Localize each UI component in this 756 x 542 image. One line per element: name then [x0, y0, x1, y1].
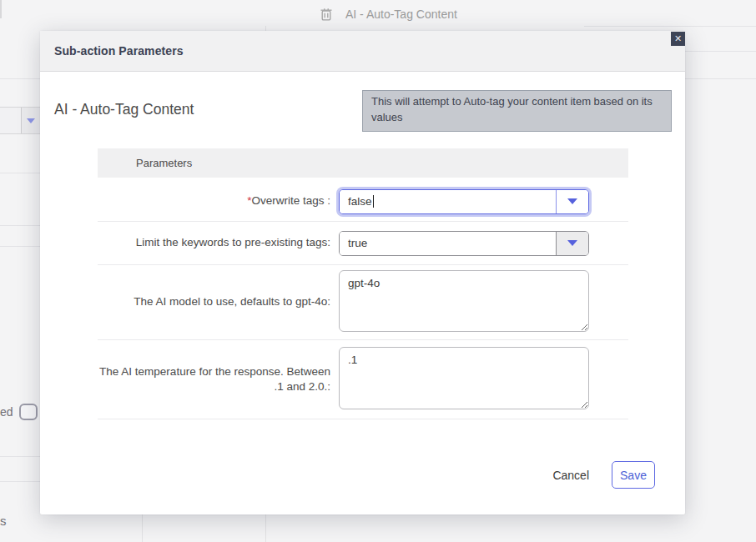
- ai-model-control: gpt-4o: [339, 270, 589, 335]
- action-heading: AI - Auto-Tag Content: [54, 101, 194, 118]
- bg-corner-divider: [0, 0, 2, 18]
- overwrite-tags-control: false: [339, 189, 589, 214]
- chevron-down-icon: [567, 240, 577, 246]
- overwrite-tags-input[interactable]: false: [340, 190, 556, 213]
- bg-action-list-item[interactable]: AI - Auto-Tag Content: [320, 8, 457, 21]
- cancel-button[interactable]: Cancel: [552, 469, 589, 482]
- chevron-down-icon: [27, 118, 35, 123]
- save-button[interactable]: Save: [612, 461, 655, 489]
- field-row-ai-model: The AI model to use, defaults to gpt-4o:…: [98, 265, 628, 340]
- limit-keywords-input[interactable]: true: [340, 232, 556, 255]
- overwrite-tags-label: *Overwrite tags :: [98, 193, 330, 208]
- bg-action-label[interactable]: AI - Auto-Tag Content: [345, 8, 457, 21]
- ai-model-textarea[interactable]: gpt-4o: [339, 270, 589, 332]
- field-row-overwrite-tags: *Overwrite tags : false: [98, 182, 628, 222]
- bg-cropped-combobox: [0, 107, 40, 134]
- text-caret: [373, 195, 374, 208]
- chevron-down-icon: [567, 198, 577, 204]
- sub-action-parameters-dialog: Sub-action Parameters ✕ AI - Auto-Tag Co…: [40, 31, 685, 514]
- limit-keywords-value: true: [348, 237, 367, 249]
- overwrite-tags-value: false: [348, 195, 372, 208]
- limit-keywords-label: Limit the keywords to pre-existing tags:: [98, 235, 330, 250]
- dialog-footer: Cancel Save: [40, 461, 655, 489]
- ai-temperature-control: .1: [339, 347, 589, 413]
- dialog-title: Sub-action Parameters: [54, 44, 184, 58]
- ai-model-label: The AI model to use, defaults to gpt-4o:: [98, 294, 330, 309]
- bg-row-divider: [0, 456, 40, 457]
- bg-cropped-text: s: [0, 514, 7, 528]
- bg-row-divider: [0, 173, 40, 173]
- bg-checkbox[interactable]: [19, 404, 38, 420]
- bg-row-divider: [584, 26, 756, 27]
- field-row-limit-keywords: Limit the keywords to pre-existing tags:…: [98, 222, 628, 265]
- bg-row-divider: [0, 481, 40, 482]
- parameters-section-header: Parameters: [98, 148, 628, 178]
- trash-icon[interactable]: [320, 8, 332, 21]
- overwrite-tags-dropdown-button[interactable]: [556, 190, 588, 213]
- ai-temperature-label: The AI temperature for the response. Bet…: [98, 364, 330, 394]
- limit-keywords-combobox[interactable]: true: [339, 231, 589, 256]
- bg-checkbox-label: ed: [0, 405, 13, 419]
- bg-row-divider: [0, 246, 40, 247]
- limit-keywords-dropdown-button[interactable]: [556, 232, 588, 255]
- limit-keywords-control: true: [339, 231, 589, 256]
- ai-temperature-textarea[interactable]: .1: [339, 347, 589, 409]
- overwrite-tags-combobox[interactable]: false: [339, 189, 589, 214]
- close-icon: ✕: [674, 33, 682, 44]
- parameters-form: *Overwrite tags : false Limit the keywor…: [98, 182, 628, 419]
- bg-row-divider: [0, 225, 40, 226]
- field-row-ai-temperature: The AI temperature for the response. Bet…: [98, 340, 628, 419]
- dialog-header: Sub-action Parameters: [40, 31, 685, 72]
- bg-checkbox-row: ed: [0, 404, 38, 420]
- close-button[interactable]: ✕: [671, 32, 685, 46]
- parameters-section-label: Parameters: [136, 157, 192, 169]
- info-note: This will attempt to Auto-tag your conte…: [362, 90, 672, 132]
